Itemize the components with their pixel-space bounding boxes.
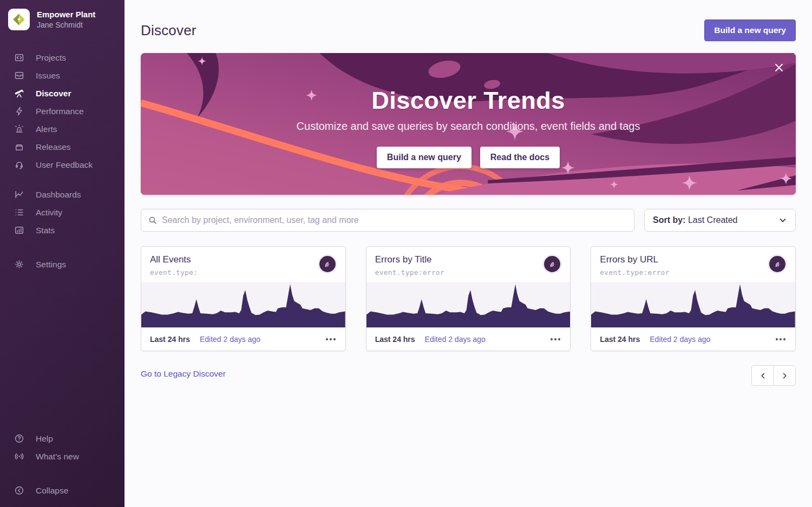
query-avatar — [542, 254, 562, 274]
sidebar-item-settings[interactable]: Settings — [0, 255, 125, 273]
sidebar-item-label: Activity — [36, 208, 62, 218]
ellipsis-menu-icon[interactable] — [325, 336, 337, 343]
sidebar-collapse-button[interactable]: Collapse — [0, 482, 125, 499]
sidebar-item-whats-new[interactable]: What’s new — [0, 447, 125, 465]
card-query: event.type:error — [600, 268, 669, 276]
search-bar[interactable] — [141, 209, 634, 232]
sidebar-item-user-feedback[interactable]: User Feedback — [0, 156, 125, 174]
broadcast-icon — [14, 451, 24, 462]
org-logo — [8, 9, 30, 30]
line-chart-icon — [14, 189, 24, 200]
card-query: event.type:error — [375, 268, 444, 276]
banner-actions: Build a new query Read the docs — [377, 147, 560, 168]
chevron-right-icon — [781, 372, 789, 380]
sort-text: Sort by: Last Created — [653, 215, 738, 225]
search-input[interactable] — [162, 215, 627, 225]
sidebar-item-label: User Feedback — [36, 160, 93, 170]
banner-close-button[interactable] — [772, 61, 786, 75]
previous-page-button[interactable] — [751, 365, 774, 386]
org-user: Jane Schmidt — [37, 20, 95, 30]
sentry-logo-icon — [322, 259, 333, 269]
card-edited: Edited 2 days ago — [650, 335, 710, 344]
sidebar-item-activity[interactable]: Activity — [0, 203, 125, 221]
sparkline-chart — [141, 282, 345, 327]
query-card-errors-by-title[interactable]: Errors by Title event.type:error Last 24… — [366, 246, 571, 351]
sort-value: Last Created — [688, 215, 738, 225]
card-footer: Last 24 hrs Edited 2 days ago — [591, 327, 795, 351]
sidebar-item-label: What’s new — [36, 452, 79, 462]
card-header: Errors by URL event.type:error — [591, 247, 795, 282]
card-edited: Edited 2 days ago — [200, 335, 260, 344]
list-icon — [14, 207, 24, 218]
sidebar-item-dashboards[interactable]: Dashboards — [0, 186, 125, 203]
query-card-errors-by-url[interactable]: Errors by URL event.type:error Last 24 h… — [591, 246, 796, 351]
card-timeframe: Last 24 hrs — [150, 335, 190, 344]
sentry-logo-icon — [772, 259, 783, 269]
projects-icon — [14, 52, 24, 63]
card-query: event.type: — [150, 268, 198, 276]
controls-row: Sort by: Last Created — [141, 209, 796, 232]
nav-divider — [0, 174, 125, 186]
banner-subtitle: Customize and save queries by search con… — [297, 120, 640, 133]
main-content: Discover Build a new query — [125, 0, 812, 507]
sparkline-chart — [366, 282, 571, 327]
nav-divider — [0, 239, 125, 255]
card-footer: Last 24 hrs Edited 2 days ago — [141, 327, 345, 351]
banner-content: Discover Trends Customize and save queri… — [141, 53, 796, 195]
card-timeframe: Last 24 hrs — [375, 335, 415, 344]
sidebar-footer: Help What’s new Collapse — [0, 430, 125, 499]
pagination — [751, 365, 796, 386]
ellipsis-menu-icon[interactable] — [549, 336, 561, 343]
banner-read-docs-button[interactable]: Read the docs — [480, 147, 560, 168]
org-switcher[interactable]: Empower Plant Jane Schmidt — [0, 9, 125, 30]
card-timeframe: Last 24 hrs — [600, 335, 640, 344]
page-title: Discover — [141, 22, 197, 39]
sidebar-item-stats[interactable]: Stats — [0, 221, 125, 239]
nav-divider — [0, 465, 125, 482]
legacy-discover-link[interactable]: Go to Legacy Discover — [141, 369, 226, 379]
sidebar-item-performance[interactable]: Performance — [0, 102, 125, 120]
sidebar-item-releases[interactable]: Releases — [0, 138, 125, 156]
card-edited: Edited 2 days ago — [425, 335, 486, 344]
close-icon — [774, 62, 784, 73]
sidebar-item-alerts[interactable]: Alerts — [0, 120, 125, 138]
sidebar-item-label: Stats — [36, 226, 55, 235]
telescope-icon — [14, 88, 24, 98]
sidebar-item-label: Dashboards — [36, 190, 81, 200]
card-header: All Events event.type: — [141, 247, 345, 282]
sort-dropdown[interactable]: Sort by: Last Created — [644, 209, 796, 232]
sidebar-item-label: Help — [36, 434, 53, 444]
sidebar-item-label: Performance — [36, 107, 84, 116]
sentry-logo-icon — [547, 259, 558, 269]
sidebar-item-help[interactable]: Help — [0, 430, 125, 447]
sidebar-item-label: Settings — [36, 260, 66, 269]
sidebar-item-discover[interactable]: Discover — [0, 84, 125, 102]
query-avatar — [318, 254, 337, 274]
sidebar-item-label: Collapse — [36, 486, 68, 496]
sidebar-item-issues[interactable]: Issues — [0, 67, 125, 84]
sidebar: Empower Plant Jane Schmidt Projects Issu… — [0, 0, 125, 507]
ellipsis-menu-icon[interactable] — [775, 336, 787, 343]
card-footer: Last 24 hrs Edited 2 days ago — [366, 327, 571, 351]
siren-icon — [14, 124, 24, 134]
saved-query-cards: All Events event.type: Last 24 hrs Edite… — [141, 246, 796, 351]
page-header: Discover Build a new query — [141, 19, 796, 41]
sidebar-item-projects[interactable]: Projects — [0, 49, 125, 67]
collapse-circle-icon — [14, 485, 24, 496]
next-page-button[interactable] — [774, 365, 796, 386]
banner-title: Discover Trends — [371, 87, 565, 115]
build-new-query-button[interactable]: Build a new query — [704, 19, 796, 41]
bar-chart-icon — [14, 225, 24, 235]
banner-build-query-button[interactable]: Build a new query — [377, 147, 472, 168]
org-name: Empower Plant — [37, 9, 95, 20]
below-cards-row: Go to Legacy Discover — [141, 365, 796, 386]
card-title: Errors by Title — [375, 254, 444, 265]
gear-icon — [14, 259, 24, 269]
query-card-all-events[interactable]: All Events event.type: Last 24 hrs Edite… — [141, 246, 346, 351]
query-avatar — [768, 254, 787, 274]
archive-box-icon — [14, 142, 24, 152]
sidebar-nav: Projects Issues Discover — [0, 49, 125, 273]
search-icon — [148, 216, 157, 225]
sidebar-item-label: Alerts — [36, 124, 57, 134]
lightning-icon — [14, 106, 24, 116]
